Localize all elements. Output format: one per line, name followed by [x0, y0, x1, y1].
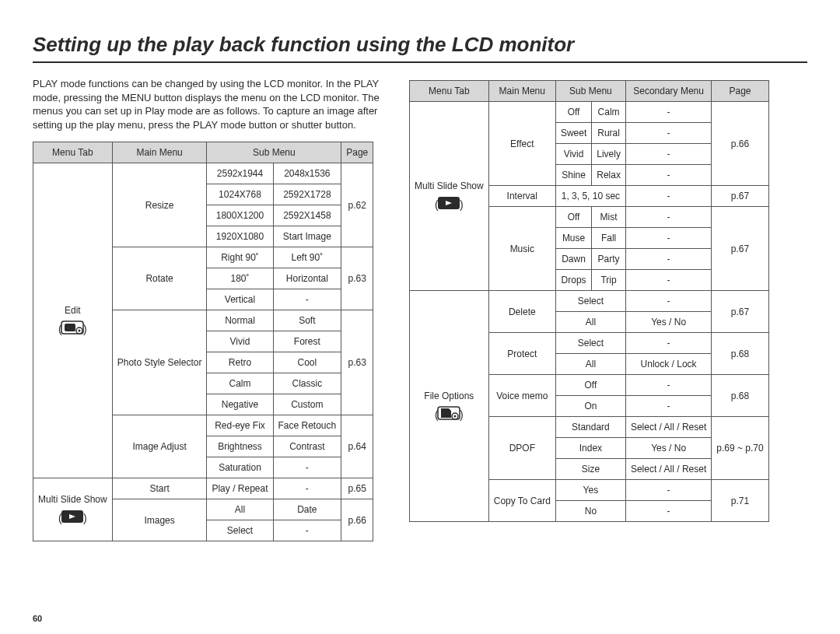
svg-text:): ) — [83, 512, 87, 524]
cell: Normal — [207, 310, 273, 331]
col-page: Page — [712, 81, 768, 102]
multislide-tab-right: Multi Slide Show () — [410, 102, 489, 291]
file-options-label: File Options — [424, 391, 474, 401]
multislide-tab-label: Multi Slide Show — [415, 180, 484, 191]
cell: Left 90˚ — [273, 247, 341, 268]
cell: Trip — [592, 270, 626, 291]
cell: - — [625, 186, 711, 207]
cell: Forest — [273, 331, 341, 352]
page-ref: p.66 — [341, 499, 373, 541]
cell: Rural — [592, 123, 626, 144]
main-resize: Resize — [112, 163, 207, 247]
cell: - — [625, 249, 711, 270]
main-protect: Protect — [488, 333, 555, 375]
cell: Brightness — [207, 436, 273, 457]
cell: - — [273, 289, 341, 310]
cell: Size — [555, 459, 625, 480]
cell: Standard — [555, 417, 625, 438]
file-options-icon: () — [433, 405, 464, 422]
cell: Lively — [592, 144, 626, 165]
cell: Calm — [592, 102, 626, 123]
cell: Custom — [273, 394, 341, 415]
svg-text:(: ( — [58, 323, 62, 335]
col-sub-menu: Sub Menu — [207, 142, 341, 163]
cell: - — [625, 375, 711, 396]
cell: Index — [555, 438, 625, 459]
page-ref: p.67 — [712, 207, 768, 291]
cell: Select / All / Reset — [625, 459, 711, 480]
cell: 1800X1200 — [207, 205, 273, 226]
cell: No — [555, 501, 625, 522]
right-table: Menu Tab Main Menu Sub Menu Secondary Me… — [409, 80, 769, 522]
slideshow-icon: () — [57, 508, 88, 525]
page-ref: p.68 — [712, 333, 768, 375]
page-number: 60 — [33, 614, 42, 623]
intro-text: PLAY mode functions can be changed by us… — [33, 77, 390, 131]
svg-point-3 — [79, 329, 81, 331]
cell: Select — [555, 291, 625, 312]
page-ref: p.68 — [712, 375, 768, 417]
main-delete: Delete — [488, 291, 555, 333]
multislide-tab-label: Multi Slide Show — [38, 494, 107, 505]
page-ref: p.63 — [341, 247, 373, 310]
cell: Off — [555, 102, 591, 123]
page-ref: p.63 — [341, 310, 373, 415]
col-secondary-menu: Secondary Menu — [625, 81, 711, 102]
cell: Start Image — [273, 226, 341, 247]
file-options-tab: File Options () — [410, 291, 489, 522]
cell: - — [625, 270, 711, 291]
multislide-tab-left: Multi Slide Show () — [33, 478, 113, 541]
cell: Fall — [592, 228, 626, 249]
cell: - — [273, 478, 341, 499]
cell: - — [625, 228, 711, 249]
page-ref: p.67 — [712, 291, 768, 333]
cell: Yes — [555, 480, 625, 501]
main-rotate: Rotate — [112, 247, 207, 310]
cell: - — [625, 291, 711, 312]
main-start: Start — [112, 478, 207, 499]
cell: - — [625, 123, 711, 144]
cell: Off — [555, 375, 625, 396]
svg-text:(: ( — [435, 408, 439, 421]
cell: Play / Repeat — [207, 478, 273, 499]
cell: Yes / No — [625, 438, 711, 459]
main-adjust: Image Adjust — [112, 415, 207, 478]
col-menu-tab: Menu Tab — [410, 81, 489, 102]
cell: 2592X1728 — [273, 184, 341, 205]
cell: Red-eye Fix — [207, 415, 273, 436]
cell: All — [555, 354, 625, 375]
cell: Select — [207, 520, 273, 541]
cell: Right 90˚ — [207, 247, 273, 268]
cell: - — [625, 207, 711, 228]
cell: 1024X768 — [207, 184, 273, 205]
page-ref: p.65 — [341, 478, 373, 499]
cell: Classic — [273, 373, 341, 394]
cell: Muse — [555, 228, 591, 249]
main-dpof: DPOF — [488, 417, 555, 480]
cell: - — [625, 480, 711, 501]
col-main-menu: Main Menu — [112, 142, 207, 163]
main-style: Photo Style Selector — [112, 310, 207, 415]
edit-icon: () — [57, 319, 88, 336]
col-sub-menu: Sub Menu — [555, 81, 625, 102]
cell: Retro — [207, 352, 273, 373]
page-ref: p.62 — [341, 163, 373, 247]
cell: 2592X1458 — [273, 205, 341, 226]
cell: Select / All / Reset — [625, 417, 711, 438]
cell: Date — [273, 499, 341, 520]
cell: Contrast — [273, 436, 341, 457]
page-title: Setting up the play back function using … — [33, 33, 807, 63]
cell: 1, 3, 5, 10 sec — [555, 186, 625, 207]
cell: Drops — [555, 270, 591, 291]
cell: - — [273, 520, 341, 541]
cell: Cool — [273, 352, 341, 373]
cell: - — [273, 457, 341, 478]
manual-page: Setting up the play back function using … — [0, 0, 840, 634]
cell: - — [625, 333, 711, 354]
svg-rect-1 — [65, 324, 75, 331]
cell: - — [625, 501, 711, 522]
svg-text:): ) — [460, 198, 464, 211]
cell: 2592x1944 — [207, 163, 273, 184]
cell: All — [555, 312, 625, 333]
col-main-menu: Main Menu — [488, 81, 555, 102]
